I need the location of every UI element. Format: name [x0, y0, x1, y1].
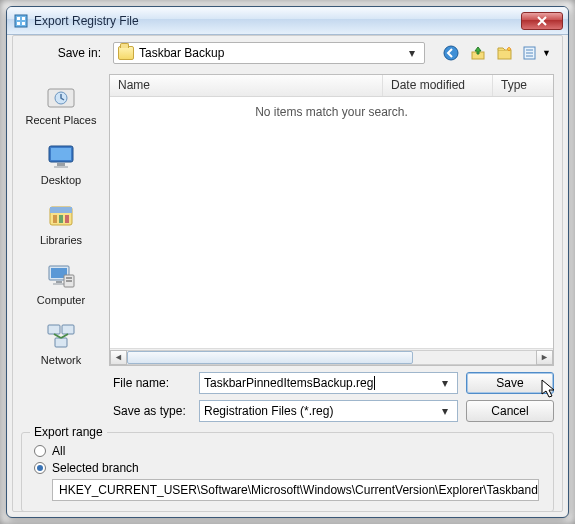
- views-icon: [523, 45, 541, 61]
- svg-rect-16: [51, 148, 71, 160]
- place-network[interactable]: Network: [21, 316, 101, 370]
- window-title: Export Registry File: [34, 14, 139, 28]
- svg-rect-32: [62, 325, 74, 334]
- save-as-type-label: Save as type:: [109, 404, 199, 418]
- place-label: Network: [41, 354, 81, 366]
- place-desktop[interactable]: Desktop: [21, 136, 101, 190]
- chevron-down-icon: ▼: [542, 48, 551, 58]
- export-range-legend: Export range: [30, 425, 107, 439]
- svg-rect-0: [15, 15, 27, 27]
- svg-rect-7: [498, 50, 511, 59]
- svg-rect-23: [65, 215, 69, 223]
- svg-rect-33: [55, 338, 67, 347]
- scroll-thumb[interactable]: [127, 351, 413, 364]
- svg-rect-31: [48, 325, 60, 334]
- save-button[interactable]: Save: [466, 372, 554, 394]
- column-name[interactable]: Name: [110, 75, 383, 96]
- recent-places-icon: [43, 80, 79, 112]
- desktop-icon: [43, 140, 79, 172]
- computer-icon: [43, 260, 79, 292]
- chevron-down-icon: ▾: [437, 376, 453, 390]
- horizontal-scrollbar[interactable]: ◄ ►: [110, 348, 553, 365]
- svg-rect-20: [50, 207, 72, 213]
- empty-message: No items match your search.: [255, 105, 408, 119]
- place-label: Libraries: [40, 234, 82, 246]
- scroll-right-arrow[interactable]: ►: [536, 350, 553, 365]
- svg-point-5: [444, 46, 458, 60]
- close-button[interactable]: [521, 12, 563, 30]
- save-button-label: Save: [496, 376, 523, 390]
- svg-point-8: [508, 48, 510, 50]
- list-body: No items match your search.: [110, 97, 553, 348]
- close-icon: [537, 16, 547, 26]
- scroll-left-arrow[interactable]: ◄: [110, 350, 127, 365]
- place-recent[interactable]: Recent Places: [21, 76, 101, 130]
- svg-rect-27: [53, 283, 65, 285]
- new-folder-icon: [497, 45, 513, 61]
- libraries-icon: [43, 200, 79, 232]
- save-in-row: Save in: Taskbar Backup ▾: [13, 36, 562, 70]
- back-button[interactable]: [439, 42, 463, 64]
- regedit-icon: [13, 13, 29, 29]
- list-header: Name Date modified Type: [110, 75, 553, 97]
- column-type[interactable]: Type: [493, 75, 553, 96]
- views-button[interactable]: ▼: [520, 42, 554, 64]
- place-label: Recent Places: [26, 114, 97, 126]
- radio-selected-branch[interactable]: [34, 462, 46, 474]
- radio-all-label: All: [52, 444, 65, 458]
- new-folder-button[interactable]: [493, 42, 517, 64]
- svg-rect-26: [56, 281, 62, 283]
- cancel-button-label: Cancel: [491, 404, 528, 418]
- svg-rect-18: [54, 166, 68, 168]
- back-icon: [443, 45, 459, 61]
- svg-rect-2: [22, 17, 25, 20]
- dialog-client-area: Save in: Taskbar Backup ▾: [12, 35, 563, 512]
- folder-icon: [118, 46, 134, 60]
- svg-rect-30: [66, 280, 72, 282]
- file-list[interactable]: Name Date modified Type No items match y…: [109, 74, 554, 366]
- file-name-value: TaskbarPinnedItemsBackup.reg: [204, 376, 373, 390]
- branch-path-input[interactable]: HKEY_CURRENT_USER\Software\Microsoft\Win…: [52, 479, 539, 501]
- radio-all-row[interactable]: All: [34, 444, 543, 458]
- chevron-down-icon: ▾: [437, 404, 453, 418]
- network-icon: [43, 320, 79, 352]
- save-in-label: Save in:: [21, 46, 109, 60]
- radio-all[interactable]: [34, 445, 46, 457]
- export-range-group: Export range All Selected branch HKEY_CU…: [21, 432, 554, 512]
- svg-rect-3: [17, 22, 20, 25]
- chevron-down-icon: ▾: [404, 46, 420, 60]
- places-bar: Recent Places Desktop Libraries: [13, 70, 109, 370]
- svg-rect-29: [66, 277, 72, 279]
- svg-rect-1: [17, 17, 20, 20]
- svg-rect-21: [53, 215, 57, 223]
- save-as-type-value: Registration Files (*.reg): [204, 404, 333, 418]
- file-name-label: File name:: [109, 376, 199, 390]
- radio-selected-row[interactable]: Selected branch: [34, 461, 543, 475]
- up-one-level-icon: [470, 45, 486, 61]
- save-in-value: Taskbar Backup: [139, 46, 224, 60]
- save-in-combo[interactable]: Taskbar Backup ▾: [113, 42, 425, 64]
- branch-path-value: HKEY_CURRENT_USER\Software\Microsoft\Win…: [59, 483, 538, 497]
- place-label: Desktop: [41, 174, 81, 186]
- place-libraries[interactable]: Libraries: [21, 196, 101, 250]
- column-date[interactable]: Date modified: [383, 75, 493, 96]
- up-one-level-button[interactable]: [466, 42, 490, 64]
- export-registry-dialog: Export Registry File Save in: Taskbar Ba…: [6, 6, 569, 518]
- text-caret: [374, 376, 375, 390]
- place-computer[interactable]: Computer: [21, 256, 101, 310]
- svg-rect-4: [22, 22, 25, 25]
- file-fields: File name: TaskbarPinnedItemsBackup.reg …: [13, 370, 562, 432]
- svg-rect-17: [57, 163, 65, 166]
- mouse-cursor-icon: [541, 379, 559, 399]
- save-as-type-combo[interactable]: Registration Files (*.reg) ▾: [199, 400, 458, 422]
- svg-rect-22: [59, 215, 63, 223]
- place-label: Computer: [37, 294, 85, 306]
- radio-selected-label: Selected branch: [52, 461, 139, 475]
- scroll-track[interactable]: [127, 350, 536, 365]
- cancel-button[interactable]: Cancel: [466, 400, 554, 422]
- titlebar[interactable]: Export Registry File: [7, 7, 568, 35]
- file-name-combo[interactable]: TaskbarPinnedItemsBackup.reg ▾: [199, 372, 458, 394]
